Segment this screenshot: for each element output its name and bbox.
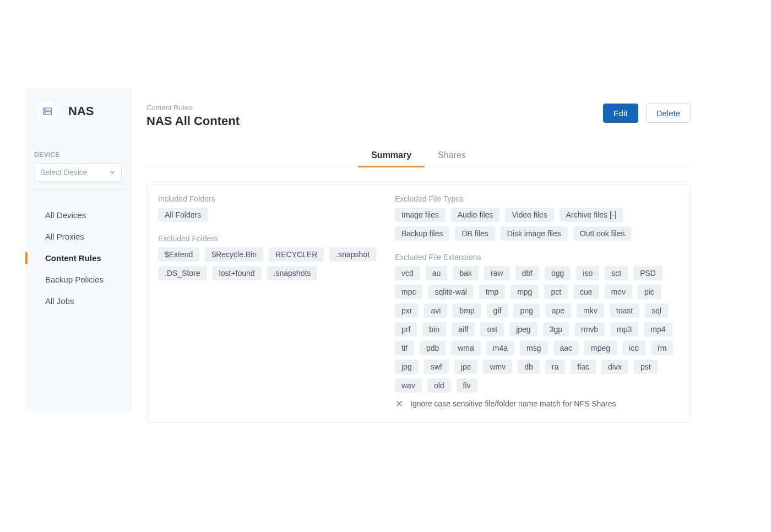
excluded-folder-chip: $Recycle.Bin xyxy=(205,247,263,262)
excluded-extension-chip: wav xyxy=(395,378,422,393)
excluded-extension-chip: mpg xyxy=(511,285,539,299)
excluded-extension-chip: jpeg xyxy=(509,322,537,336)
excluded-file-type-chip: Disk image files xyxy=(501,226,568,241)
excluded-file-type-chip: Backup files xyxy=(395,226,449,241)
device-section-label: DEVICE xyxy=(34,151,122,159)
excluded-extension-chip: rm xyxy=(651,341,673,355)
excluded-extension-chip: mp4 xyxy=(644,322,672,336)
excluded-folders-label: Excluded Folders xyxy=(158,234,378,243)
excluded-file-type-chip: DB files xyxy=(455,226,495,241)
chevron-down-icon xyxy=(109,169,116,176)
nav-item-backup-policies[interactable]: Backup Policies xyxy=(25,269,131,290)
excluded-folder-chip: lost+found xyxy=(213,266,262,280)
nav-item-all-proxies[interactable]: All Proxies xyxy=(25,226,131,247)
sidebar-title: NAS xyxy=(68,104,94,118)
excluded-extension-chip: aac xyxy=(553,341,579,355)
excluded-extension-chip: pct xyxy=(544,285,568,299)
excluded-folder-chip: .DS_Store xyxy=(158,266,207,280)
excluded-extension-chip: ra xyxy=(545,360,565,374)
excluded-extension-chip: avi xyxy=(424,303,447,318)
excluded-extension-chip: prf xyxy=(395,322,417,336)
excluded-extension-chip: png xyxy=(513,303,539,318)
excluded-extension-chip: jpg xyxy=(395,360,419,374)
excluded-extension-chip: bmp xyxy=(453,303,481,318)
excluded-extension-chip: cue xyxy=(573,285,599,299)
select-device-dropdown[interactable]: Select Device xyxy=(34,163,122,182)
main-content: Content Rules NAS All Content Edit Delet… xyxy=(131,88,691,411)
excluded-extension-chip: divx xyxy=(601,360,628,374)
excluded-extension-chip: iso xyxy=(576,266,599,280)
excluded-extension-chip: tif xyxy=(395,341,414,355)
svg-point-2 xyxy=(45,109,45,110)
excluded-extension-chip: ape xyxy=(545,303,571,318)
excluded-extension-chip: flv xyxy=(457,378,477,393)
included-folders-label: Included Folders xyxy=(158,194,378,203)
sidebar-nav: All DevicesAll ProxiesContent RulesBacku… xyxy=(25,190,131,312)
x-icon xyxy=(395,399,404,408)
excluded-extension-chip: raw xyxy=(484,266,510,280)
tab-summary[interactable]: Summary xyxy=(358,144,425,167)
excluded-folder-chip: $Extend xyxy=(158,247,199,262)
excluded-extension-chip: db xyxy=(518,360,540,374)
excluded-extension-chip: dbf xyxy=(515,266,539,280)
excluded-extension-chip: jpe xyxy=(454,360,478,374)
excluded-file-type-chip: OutLook files xyxy=(573,226,632,241)
excluded-file-type-chip: Video files xyxy=(505,208,553,222)
excluded-extension-chip: toast xyxy=(610,303,639,318)
excluded-file-type-chip: Audio files xyxy=(451,208,500,222)
excluded-extension-chip: msg xyxy=(520,341,547,355)
excluded-file-type-chip: Archive files [-] xyxy=(560,208,623,222)
nav-item-content-rules[interactable]: Content Rules xyxy=(25,247,131,269)
excluded-extension-chip: bin xyxy=(422,322,446,336)
excluded-extensions-label: Excluded File Extensions xyxy=(395,253,679,262)
excluded-extension-chip: PSD xyxy=(633,266,663,280)
excluded-file-types-label: Excluded File Types xyxy=(395,194,679,203)
sidebar: NAS DEVICE Select Device All DevicesAll … xyxy=(25,88,131,411)
breadcrumb: Content Rules xyxy=(146,104,240,112)
excluded-extension-chip: pxr xyxy=(395,303,419,318)
excluded-extension-chip: vcd xyxy=(395,266,420,280)
excluded-folder-chip: RECYCLER xyxy=(269,247,324,262)
excluded-extension-chip: pst xyxy=(634,360,658,374)
excluded-extension-chip: swf xyxy=(424,360,449,374)
excluded-extension-chip: wmv xyxy=(483,360,512,374)
excluded-extension-chip: mov xyxy=(605,285,632,299)
excluded-extension-chip: old xyxy=(427,378,451,393)
excluded-extension-chip: ost xyxy=(480,322,504,336)
nav-item-all-jobs[interactable]: All Jobs xyxy=(25,290,131,312)
excluded-extension-chip: sql xyxy=(645,303,668,318)
excluded-file-type-chip: Image files xyxy=(395,208,446,222)
tabs: SummaryShares xyxy=(146,144,691,167)
excluded-extension-chip: sqlite-wal xyxy=(428,285,473,299)
excluded-extension-chip: mpeg xyxy=(584,341,617,355)
nas-icon xyxy=(36,100,58,122)
excluded-extension-chip: sct xyxy=(605,266,628,280)
excluded-extension-chip: pdb xyxy=(420,341,446,355)
case-note-text: Ignore case sensitive file/folder name m… xyxy=(410,399,616,408)
excluded-extension-chip: rmvb xyxy=(574,322,605,336)
excluded-extension-chip: mkv xyxy=(577,303,604,318)
excluded-extension-chip: ico xyxy=(622,341,645,355)
page-title: NAS All Content xyxy=(146,114,240,128)
excluded-extension-chip: aiff xyxy=(452,322,475,336)
excluded-folder-chip: .snapshot xyxy=(329,247,376,262)
delete-button[interactable]: Delete xyxy=(646,104,691,123)
summary-panel: Included Folders All Folders Excluded Fo… xyxy=(146,184,691,423)
excluded-extension-chip: mpc xyxy=(395,285,422,299)
excluded-extension-chip: bak xyxy=(453,266,479,280)
nav-item-all-devices[interactable]: All Devices xyxy=(25,204,131,226)
svg-point-3 xyxy=(45,113,45,113)
excluded-extension-chip: au xyxy=(426,266,448,280)
excluded-extension-chip: m4a xyxy=(486,341,514,355)
excluded-extension-chip: wma xyxy=(451,341,481,355)
excluded-extension-chip: mp3 xyxy=(610,322,638,336)
select-device-placeholder: Select Device xyxy=(40,168,88,177)
excluded-extension-chip: flac xyxy=(571,360,596,374)
excluded-folder-chip: .snapshots xyxy=(267,266,318,280)
excluded-extension-chip: gif xyxy=(487,303,508,318)
excluded-extension-chip: pic xyxy=(638,285,661,299)
edit-button[interactable]: Edit xyxy=(603,104,638,123)
excluded-extension-chip: 3gp xyxy=(543,322,569,336)
excluded-extension-chip: ogg xyxy=(545,266,571,280)
tab-shares[interactable]: Shares xyxy=(425,144,479,167)
